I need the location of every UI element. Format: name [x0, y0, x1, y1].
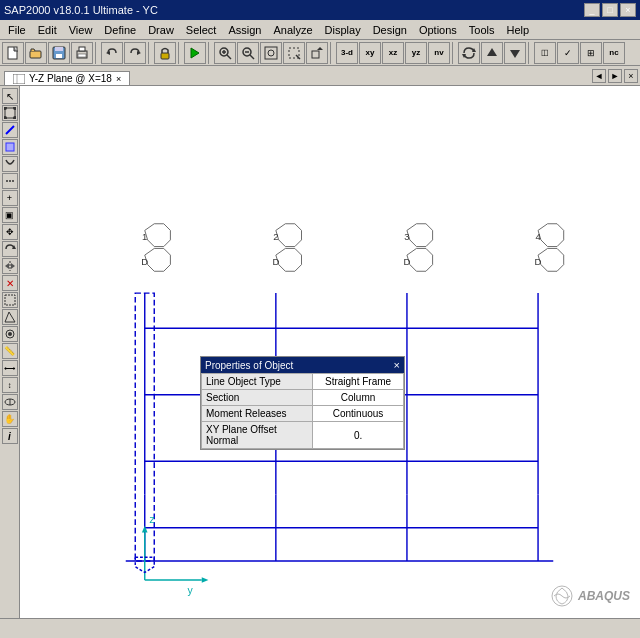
svg-rect-10	[161, 53, 169, 59]
svg-point-46	[8, 332, 12, 336]
select-joint-tool[interactable]	[2, 326, 18, 342]
select-area-tool[interactable]	[2, 309, 18, 325]
view-xy-button[interactable]: xy	[359, 42, 381, 64]
svg-line-17	[250, 55, 254, 59]
arrow-up-button[interactable]	[481, 42, 503, 64]
tab-close-button[interactable]: ×	[116, 74, 121, 84]
title-controls[interactable]: _ □ ×	[584, 3, 636, 17]
zoom-out-button[interactable]	[237, 42, 259, 64]
svg-marker-28	[510, 50, 520, 58]
menu-edit[interactable]: Edit	[32, 23, 63, 37]
reshape-tool[interactable]	[2, 105, 18, 121]
menu-analyze[interactable]: Analyze	[267, 23, 318, 37]
menu-assign[interactable]: Assign	[222, 23, 267, 37]
tab-close-all-button[interactable]: ×	[624, 69, 638, 83]
zoom-fit-button[interactable]	[260, 42, 282, 64]
cable-tool[interactable]	[2, 156, 18, 172]
check-button[interactable]: ✓	[557, 42, 579, 64]
print-button[interactable]	[71, 42, 93, 64]
abaqus-watermark: ABAQUS	[550, 584, 630, 608]
toolbar-sep-6	[452, 42, 456, 64]
menu-view[interactable]: View	[63, 23, 99, 37]
svg-text:2: 2	[273, 231, 278, 242]
svg-point-20	[268, 50, 274, 56]
menu-options[interactable]: Options	[413, 23, 463, 37]
toolbar: 3-d xy xz yz nv ◫ ✓ ⊞ nc	[0, 40, 640, 66]
properties-close-button[interactable]: ×	[394, 359, 400, 371]
redo-button[interactable]	[124, 42, 146, 64]
minimize-button[interactable]: _	[584, 3, 600, 17]
refresh-button[interactable]	[458, 42, 480, 64]
close-button[interactable]: ×	[620, 3, 636, 17]
zoom-region-button[interactable]	[306, 42, 328, 64]
rotate-3d-tool[interactable]	[2, 394, 18, 410]
zoom-window-button[interactable]	[283, 42, 305, 64]
info-tool[interactable]: i	[2, 428, 18, 444]
canvas-area[interactable]: y z 1 2 3 4 D D	[20, 86, 640, 618]
undo-button[interactable]	[101, 42, 123, 64]
select-tool[interactable]: ▣	[2, 207, 18, 223]
lock-button[interactable]	[154, 42, 176, 64]
svg-rect-23	[312, 51, 319, 58]
mirror-tool[interactable]	[2, 258, 18, 274]
measure-tool[interactable]: ⟷	[2, 360, 18, 376]
app-title: SAP2000 v18.0.1 Ultimate - YC	[4, 4, 584, 16]
menu-help[interactable]: Help	[501, 23, 536, 37]
properties-dialog[interactable]: Properties of Object × Line Object Type …	[200, 356, 405, 450]
structural-drawing: y z 1 2 3 4 D D	[20, 86, 640, 618]
ruler-tool[interactable]: 📏	[2, 343, 18, 359]
svg-text:D: D	[141, 256, 148, 267]
dim-button[interactable]: ◫	[534, 42, 556, 64]
svg-marker-27	[487, 48, 497, 56]
menu-tools[interactable]: Tools	[463, 23, 501, 37]
arrow-down-button[interactable]	[504, 42, 526, 64]
svg-point-35	[13, 116, 16, 119]
svg-point-32	[4, 107, 7, 110]
view-tab-active[interactable]: Y-Z Plane @ X=18 ×	[4, 71, 130, 85]
pointer-tool[interactable]: ↖	[2, 88, 18, 104]
svg-rect-7	[78, 54, 86, 57]
menu-file[interactable]: File	[2, 23, 32, 37]
svg-text:4: 4	[535, 231, 540, 242]
menu-display[interactable]: Display	[319, 23, 367, 37]
run-button[interactable]	[184, 42, 206, 64]
view-nv-button[interactable]: nv	[428, 42, 450, 64]
open-button[interactable]	[25, 42, 47, 64]
dimension-tool[interactable]: ↕	[2, 377, 18, 393]
prop-label-moment: Moment Releases	[202, 406, 313, 422]
maximize-button[interactable]: □	[602, 3, 618, 17]
tab-next-button[interactable]: ►	[608, 69, 622, 83]
menu-draw[interactable]: Draw	[142, 23, 180, 37]
x-mark-tool[interactable]: ✕	[2, 275, 18, 291]
new-button[interactable]	[2, 42, 24, 64]
menu-define[interactable]: Define	[98, 23, 142, 37]
tab-prev-button[interactable]: ◄	[592, 69, 606, 83]
area-tool[interactable]	[2, 139, 18, 155]
svg-text:3: 3	[404, 231, 409, 242]
move-tool[interactable]: ✥	[2, 224, 18, 240]
view-xz-button[interactable]: xz	[382, 42, 404, 64]
tab-controls: ◄ ► ×	[592, 69, 640, 85]
extra-button[interactable]: ⊞	[580, 42, 602, 64]
svg-marker-11	[191, 48, 199, 58]
view-yz-button[interactable]: yz	[405, 42, 427, 64]
menu-design[interactable]: Design	[367, 23, 413, 37]
menu-select[interactable]: Select	[180, 23, 223, 37]
tendon-tool[interactable]	[2, 173, 18, 189]
svg-rect-1	[30, 51, 41, 58]
select-frame-tool[interactable]	[2, 292, 18, 308]
toolbar-sep-1	[95, 42, 99, 64]
frame-tool[interactable]	[2, 122, 18, 138]
menu-bar: File Edit View Define Draw Select Assign…	[0, 20, 640, 40]
prop-row-section: Section Column	[202, 390, 404, 406]
zoom-in-button[interactable]	[214, 42, 236, 64]
view-3d-button[interactable]: 3-d	[336, 42, 358, 64]
rotate-tool[interactable]	[2, 241, 18, 257]
nc-button[interactable]: nc	[603, 42, 625, 64]
toolbar-sep-4	[208, 42, 212, 64]
svg-marker-41	[5, 263, 9, 269]
svg-rect-29	[13, 74, 25, 84]
save-button[interactable]	[48, 42, 70, 64]
pan-tool[interactable]: ✋	[2, 411, 18, 427]
insert-tool[interactable]: +	[2, 190, 18, 206]
